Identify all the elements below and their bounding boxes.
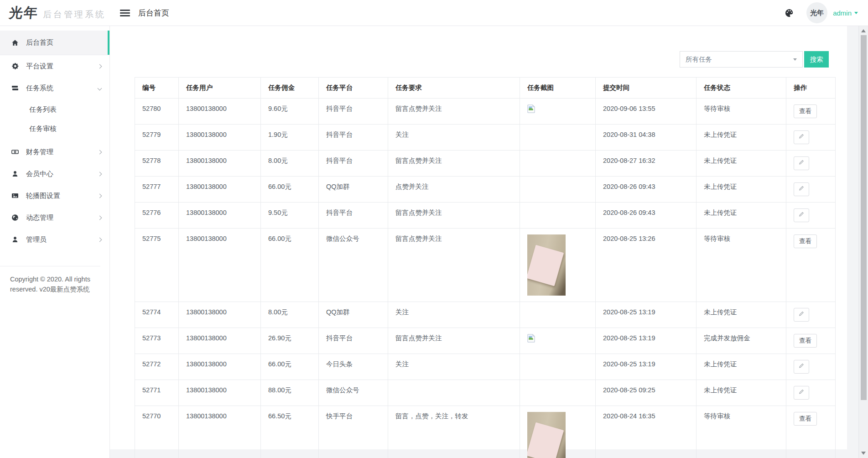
cell-platform: 抖音平台 <box>319 151 388 177</box>
view-button[interactable]: 查看 <box>794 334 817 348</box>
content-panel: 所有任务 搜索 编号任务用户任务佣金任务平台任务要求任务截图提交时间任务状态操作… <box>110 26 847 449</box>
cell-screenshot <box>520 406 596 458</box>
status-text: 未上传凭证 <box>696 380 786 406</box>
cell-task-user: 13800138000 <box>179 99 261 125</box>
column-header: 任务要求 <box>388 78 520 99</box>
cell-requirement: 留言点赞并关注 <box>388 151 520 177</box>
view-button[interactable]: 查看 <box>794 234 817 248</box>
sidebar-item-member-center[interactable]: 会员中心 <box>0 163 109 185</box>
pencil-icon <box>799 363 805 370</box>
sidebar-menu: 后台首页平台设置任务系统任务列表任务审核财务管理会员中心轮播图设置动态管理管理员 <box>0 26 109 250</box>
cell-screenshot <box>520 99 596 125</box>
theme-palette-icon[interactable] <box>784 8 795 18</box>
scroll-up-arrow-icon[interactable] <box>861 29 866 32</box>
cell-requirement: 点赞并关注 <box>388 177 520 203</box>
vertical-scrollbar[interactable] <box>858 26 868 458</box>
cell-action <box>786 302 836 328</box>
logo-subtitle: 后台管理系统 <box>43 9 106 21</box>
cell-platform: 快手平台 <box>319 406 388 458</box>
status-text: 完成并发放佣金 <box>696 328 786 354</box>
scrollbar-thumb[interactable] <box>861 35 867 400</box>
table-row: 52774138001380008.00元QQ加群关注2020-08-25 13… <box>135 302 836 328</box>
cell-action: 查看 <box>786 229 836 302</box>
pencil-icon <box>799 311 805 318</box>
sidebar-submenu: 任务列表任务审核 <box>0 99 109 141</box>
cell-submit-time: 2020-09-06 13:55 <box>596 99 696 125</box>
sidebar-item-label: 平台设置 <box>26 62 53 71</box>
status-text: 未上传凭证 <box>696 203 786 229</box>
cell-task-user: 13800138000 <box>179 354 261 380</box>
sidebar-item-label: 轮播图设置 <box>26 192 60 200</box>
page-title: 后台首页 <box>138 8 169 18</box>
sidebar-item-home[interactable]: 后台首页 <box>0 31 109 55</box>
broken-image-icon <box>527 107 535 114</box>
cell-task-id: 52770 <box>135 406 179 458</box>
sidebar-subitem[interactable]: 任务列表 <box>0 100 109 119</box>
task-screenshot-photo[interactable] <box>527 234 566 296</box>
sidebar-item-administrator[interactable]: 管理员 <box>0 229 109 250</box>
cell-commission: 9.60元 <box>261 99 319 125</box>
app-header: 光年 后台管理系统 后台首页 光年 admin <box>0 0 868 26</box>
cell-task-user: 13800138000 <box>179 380 261 406</box>
cell-platform: 今日头条 <box>319 354 388 380</box>
cell-screenshot <box>520 203 596 229</box>
task-screenshot-photo[interactable] <box>527 412 566 458</box>
column-header: 任务用户 <box>179 78 261 99</box>
sidebar-item-label: 管理员 <box>26 235 47 244</box>
sidebar-toggle-icon[interactable] <box>120 8 130 18</box>
cell-commission: 88.00元 <box>261 380 319 406</box>
copyright-text: Copyright © 2020. All rights reserved. v… <box>0 266 100 302</box>
chevron-right-icon <box>98 172 102 176</box>
chevron-right-icon <box>98 237 102 242</box>
cell-task-id: 52780 <box>135 99 179 125</box>
pencil-icon <box>799 186 805 193</box>
view-button[interactable]: 查看 <box>794 104 817 118</box>
cell-requirement: 留言点赞并关注 <box>388 229 520 302</box>
sidebar-item-label: 任务系统 <box>26 84 53 93</box>
avatar[interactable]: 光年 <box>806 2 827 23</box>
sidebar-item-dynamic-management[interactable]: 动态管理 <box>0 207 109 229</box>
cell-platform: 微信公众号 <box>319 380 388 406</box>
status-text: 未上传凭证 <box>696 354 786 380</box>
edit-pencil-button[interactable] <box>794 386 809 400</box>
sidebar-subitem[interactable]: 任务审核 <box>0 119 109 138</box>
cell-submit-time: 2020-08-25 13:19 <box>596 354 696 380</box>
edit-pencil-button[interactable] <box>794 308 809 322</box>
chevron-right-icon <box>98 193 102 198</box>
pencil-icon <box>799 389 805 396</box>
cell-task-id: 52777 <box>135 177 179 203</box>
cell-commission: 1.90元 <box>261 125 319 151</box>
cell-screenshot <box>520 328 596 354</box>
sidebar-item-finance[interactable]: 财务管理 <box>0 141 109 163</box>
edit-pencil-button[interactable] <box>794 156 809 170</box>
task-filter-select[interactable]: 所有任务 <box>680 51 803 68</box>
edit-pencil-button[interactable] <box>794 208 809 222</box>
scroll-down-arrow-icon[interactable] <box>861 452 866 455</box>
cell-submit-time: 2020-08-25 13:26 <box>596 229 696 302</box>
sidebar-item-task-system[interactable]: 任务系统 <box>0 77 109 99</box>
cell-commission: 66.00元 <box>261 229 319 302</box>
column-header: 操作 <box>786 78 836 99</box>
cell-commission: 9.50元 <box>261 203 319 229</box>
status-text: 未上传凭证 <box>696 125 786 151</box>
sidebar-item-platform-settings[interactable]: 平台设置 <box>0 55 109 77</box>
cell-task-user: 13800138000 <box>179 328 261 354</box>
admin-menu[interactable]: admin <box>833 9 858 17</box>
cell-action: 查看 <box>786 99 836 125</box>
edit-pencil-button[interactable] <box>794 130 809 144</box>
cell-commission: 66.00元 <box>261 354 319 380</box>
view-button[interactable]: 查看 <box>794 412 817 426</box>
cell-task-user: 13800138000 <box>179 125 261 151</box>
table-row: 52779138001380001.90元抖音平台关注2020-08-31 04… <box>135 125 836 151</box>
sidebar-item-label: 财务管理 <box>26 148 53 156</box>
sidebar-item-carousel-settings[interactable]: 轮播图设置 <box>0 185 109 207</box>
edit-pencil-button[interactable] <box>794 182 809 196</box>
column-header: 任务截图 <box>520 78 596 99</box>
edit-pencil-button[interactable] <box>794 360 809 374</box>
pencil-icon <box>799 212 805 219</box>
search-button[interactable]: 搜索 <box>804 51 829 68</box>
header-right: 光年 admin <box>784 2 868 23</box>
cell-requirement: 留言点赞并关注 <box>388 203 520 229</box>
pencil-icon <box>799 160 805 167</box>
cell-task-id: 52771 <box>135 380 179 406</box>
